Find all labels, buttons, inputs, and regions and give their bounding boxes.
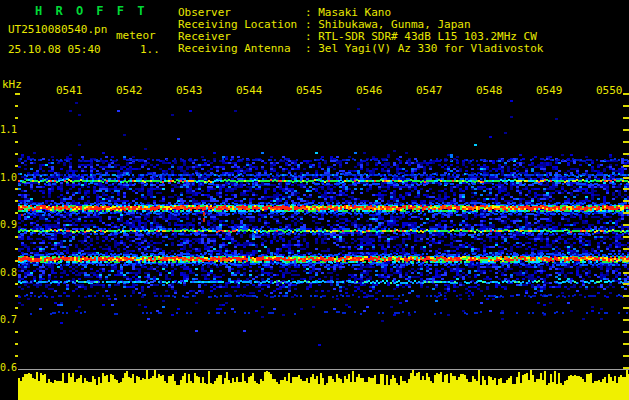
freq-minor-tick: [623, 295, 629, 297]
freq-minor-tick: [623, 319, 629, 321]
freq-label: 0.9: [0, 219, 16, 230]
freq-minor-tick: [623, 248, 629, 250]
spectrogram-canvas: [18, 96, 629, 368]
freq-minor-tick: [623, 165, 629, 167]
app-title: H R O F F T: [35, 4, 147, 18]
freq-minor-tick: [623, 331, 629, 333]
freq-minor-tick: [15, 93, 20, 95]
level-meter-canvas: [18, 370, 629, 400]
capture-datetime: 25.10.08 05:40: [8, 43, 101, 56]
freq-unit-label: kHz: [2, 78, 22, 91]
freq-label: 1.1: [0, 124, 16, 135]
freq-minor-tick: [623, 224, 629, 226]
freq-minor-tick: [623, 283, 629, 285]
freq-minor-tick: [623, 117, 629, 119]
freq-minor-tick: [623, 188, 629, 190]
freq-minor-tick: [623, 367, 629, 369]
freq-label: 0.7: [0, 314, 16, 325]
freq-minor-tick: [623, 307, 629, 309]
freq-label: 0.6: [0, 362, 16, 373]
freq-minor-tick: [623, 355, 629, 357]
freq-minor-tick: [623, 272, 629, 274]
freq-minor-tick: [623, 177, 629, 179]
freq-minor-tick: [623, 105, 629, 107]
freq-label: 1.0: [0, 172, 16, 183]
freq-label: 0.8: [0, 267, 16, 278]
field-value-antenna: : 3el Yagi(V) Az 330 for Vladivostok: [305, 42, 543, 55]
freq-minor-tick: [623, 200, 629, 202]
field-label-antenna: Receiving Antenna: [178, 42, 291, 55]
freq-minor-tick: [623, 129, 629, 131]
freq-minor-tick: [623, 141, 629, 143]
freq-minor-tick: [623, 260, 629, 262]
count-indicator: 1..: [140, 43, 160, 56]
observation-mode-label: meteor: [116, 29, 156, 42]
level-meter-baseline: [18, 369, 629, 370]
hrofft-window: H R O F F T UT2510080540.pn meteor 25.10…: [0, 0, 629, 400]
capture-filename: UT2510080540.pn: [8, 23, 107, 36]
freq-minor-tick: [623, 212, 629, 214]
freq-minor-tick: [623, 93, 629, 95]
freq-minor-tick: [623, 343, 629, 345]
freq-minor-tick: [623, 236, 629, 238]
freq-minor-tick: [623, 153, 629, 155]
